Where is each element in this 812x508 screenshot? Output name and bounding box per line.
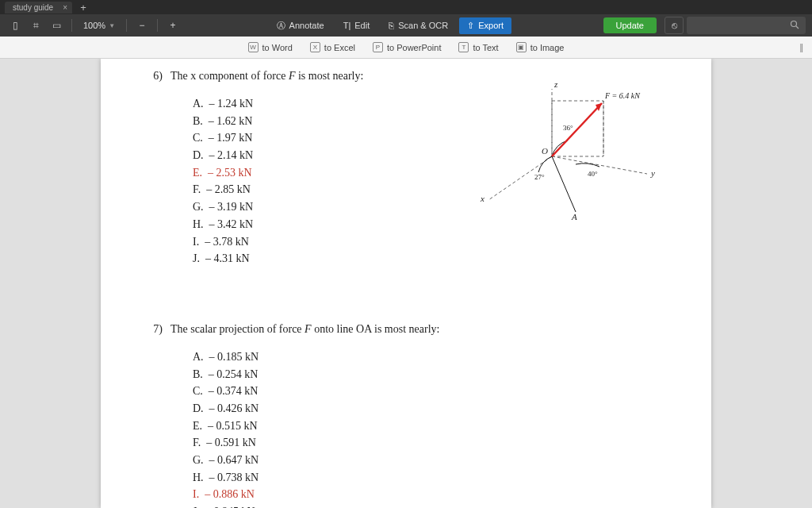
chevron-down-icon: ▼ — [109, 22, 115, 29]
q7-answers: A. – 0.185 kNB. – 0.254 kNC. – 0.374 kND… — [193, 348, 664, 508]
document-viewport[interactable]: 6) The x component of force F is most ne… — [0, 59, 812, 508]
svg-line-7 — [552, 156, 576, 212]
text-icon: T — [458, 42, 469, 52]
search-icon — [790, 20, 799, 32]
to-excel-button[interactable]: X to Excel — [310, 42, 355, 52]
export-icon: ⇧ — [467, 21, 474, 31]
zoom-value: 100% — [83, 21, 105, 30]
svg-line-1 — [796, 26, 799, 29]
to-ppt-label: to PowerPoint — [387, 43, 441, 52]
q6-text-b: is most nearly: — [295, 70, 363, 82]
q7-text: The scalar projection of force F onto li… — [170, 323, 664, 336]
view-mode-icon[interactable]: ▭ — [48, 17, 65, 33]
answer-option: E. – 0.515 kN — [193, 418, 664, 435]
separator — [71, 19, 72, 32]
scan-ocr-button[interactable]: ⎘ Scan & OCR — [381, 17, 456, 33]
document-page: 6) The x component of force F is most ne… — [101, 59, 711, 508]
force-label: F = 6.4 kN — [604, 91, 641, 100]
close-icon[interactable]: × — [63, 3, 67, 12]
answer-option: I. – 0.886 kN — [193, 486, 664, 503]
thumbnails-icon[interactable]: ⌗ — [27, 17, 44, 33]
sidebar-toggle-icon[interactable]: ▯ — [6, 17, 24, 33]
search-input[interactable] — [687, 17, 806, 34]
answer-option: B. – 0.254 kN — [193, 366, 664, 383]
axis-z-label: z — [553, 81, 558, 89]
excel-icon: X — [310, 42, 320, 52]
zoom-control[interactable]: 100% ▼ — [79, 21, 120, 30]
to-text-label: to Text — [473, 43, 498, 52]
answer-option: H. – 0.738 kN — [193, 469, 664, 487]
ppt-icon: P — [373, 42, 383, 52]
q7-text-a: The scalar projection of force — [170, 323, 304, 335]
svg-point-0 — [791, 21, 797, 26]
q6-number: 6) — [148, 70, 170, 83]
answer-option: F. – 0.591 kN — [193, 434, 664, 452]
tab-add-button[interactable]: + — [75, 2, 91, 13]
to-image-button[interactable]: ▣ to Image — [516, 42, 565, 52]
annotate-button[interactable]: Ⓐ Annotate — [269, 17, 332, 35]
to-excel-label: to Excel — [324, 43, 355, 52]
annotate-icon: Ⓐ — [277, 20, 285, 32]
main-toolbar: ▯ ⌗ ▭ 100% ▼ − + Ⓐ Annotate T| Edit ⎘ Sc… — [0, 14, 812, 37]
update-label: Update — [616, 21, 644, 30]
angle-40: 40° — [588, 170, 598, 178]
answer-option: D. – 0.426 kN — [193, 400, 664, 418]
word-icon: W — [248, 42, 259, 52]
tab-title: study guide — [13, 3, 53, 12]
export-button[interactable]: ⇧ Export — [459, 17, 511, 34]
q6-text-a: The x component of force — [170, 70, 289, 82]
answer-option: A. – 0.185 kN — [193, 348, 664, 366]
export-label: Export — [478, 21, 504, 30]
to-word-label: to Word — [262, 43, 293, 52]
answer-option: J. – 4.31 kN — [193, 250, 664, 267]
answer-option: J. – 0.945 kN — [193, 503, 664, 508]
force-diagram: z y x O A F = 6.4 kN 36° 27° 40° — [469, 81, 667, 232]
image-icon: ▣ — [516, 42, 527, 52]
answer-option: I. – 3.78 kN — [193, 233, 664, 251]
update-button[interactable]: Update — [603, 17, 657, 33]
edit-label: Edit — [354, 21, 370, 30]
scan-icon: ⎘ — [389, 21, 394, 30]
edit-button[interactable]: T| Edit — [335, 17, 378, 33]
angle-27: 27° — [534, 173, 545, 181]
axis-y-label: y — [650, 168, 655, 178]
to-powerpoint-button[interactable]: P to PowerPoint — [373, 42, 441, 52]
scan-label: Scan & OCR — [398, 21, 448, 30]
separator — [157, 19, 158, 32]
to-image-label: to Image — [530, 43, 565, 52]
origin-label: O — [542, 146, 548, 156]
edit-icon: T| — [343, 21, 351, 30]
export-toolbar: W to Word X to Excel P to PowerPoint T t… — [0, 37, 812, 59]
point-a-label: A — [571, 212, 577, 221]
angle-36: 36° — [563, 124, 573, 132]
svg-line-3 — [552, 156, 647, 174]
q7-text-f: F — [304, 323, 312, 335]
tab-bar: study guide × + — [0, 0, 812, 14]
to-word-button[interactable]: W to Word — [248, 42, 293, 52]
separator — [126, 19, 127, 32]
to-text-button[interactable]: T to Text — [458, 42, 498, 52]
collapse-handle[interactable]: ‖ — [799, 42, 804, 52]
q7-text-b: onto line OA is most nearly: — [312, 323, 440, 335]
axis-x-label: x — [480, 194, 485, 203]
q7-number: 7) — [148, 323, 170, 336]
answer-option: C. – 0.374 kN — [193, 383, 664, 400]
question-7: 7) The scalar projection of force F onto… — [148, 323, 664, 336]
svg-line-8 — [552, 103, 602, 156]
share-button[interactable]: ⎋ — [665, 17, 684, 34]
answer-option: G. – 0.647 kN — [193, 452, 664, 469]
tab-study-guide[interactable]: study guide × — [5, 2, 72, 13]
annotate-label: Annotate — [289, 21, 324, 30]
zoom-out-button[interactable]: − — [133, 17, 151, 33]
zoom-in-button[interactable]: + — [164, 17, 182, 33]
